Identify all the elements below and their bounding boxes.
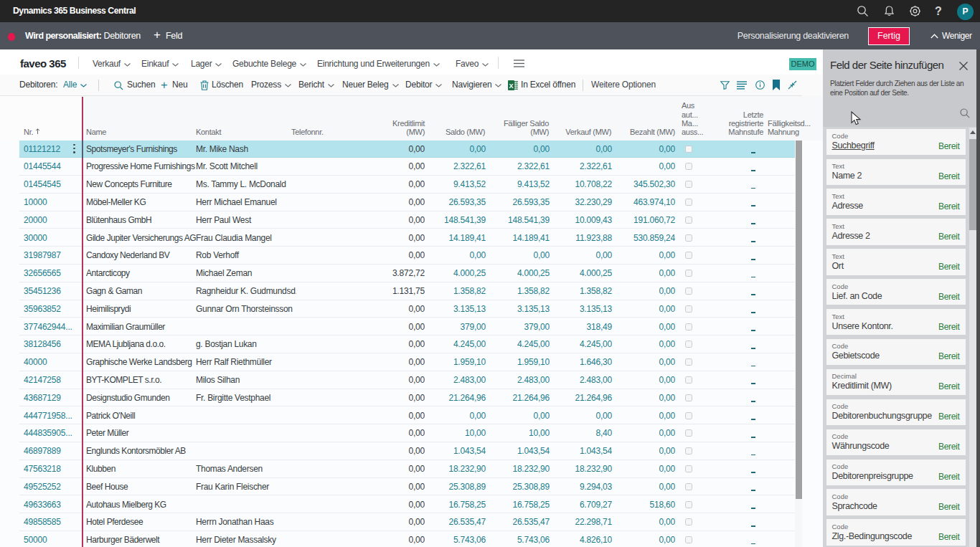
svg-text:X: X xyxy=(509,82,513,90)
